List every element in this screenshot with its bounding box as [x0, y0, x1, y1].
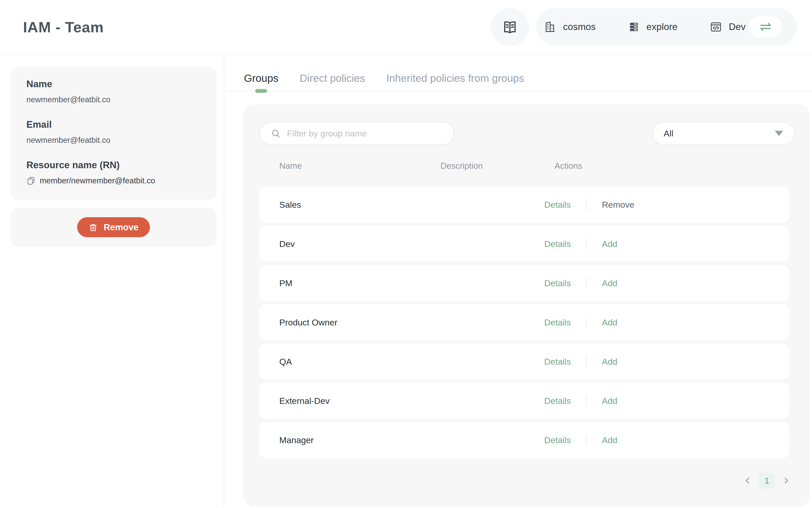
switch-button[interactable] [749, 16, 782, 38]
organization-label: cosmos [563, 22, 595, 32]
action-divider [586, 434, 586, 446]
project-label: explore [647, 22, 677, 32]
remove-card: Remove [10, 207, 217, 247]
member-rn-field: Resource name (RN) member/newmember@feat… [27, 160, 201, 185]
group-actions: Details Remove [544, 199, 789, 211]
group-search-input[interactable] [287, 128, 446, 138]
main-content: Groups Direct policies Inherited policie… [224, 54, 812, 507]
project-selector[interactable]: explore [628, 21, 677, 33]
group-action-link[interactable]: Add [602, 357, 618, 367]
tab-direct-policies[interactable]: Direct policies [299, 72, 365, 84]
organization-selector[interactable]: cosmos [543, 20, 595, 33]
open-book-icon [502, 19, 518, 35]
group-actions: Details Add [544, 238, 789, 250]
action-divider [586, 316, 586, 328]
remove-member-button[interactable]: Remove [77, 217, 150, 237]
group-action-link[interactable]: Add [602, 239, 618, 249]
context-switcher: cosmos explore [536, 8, 797, 46]
groups-panel: All Name Description Actions Sales Detai… [243, 104, 810, 506]
rn-label: Resource name (RN) [27, 160, 201, 171]
environment-label: Dev [729, 22, 746, 32]
trash-icon [88, 223, 98, 232]
table-header: Name Description Actions [259, 161, 795, 171]
buildings-icon [543, 20, 556, 33]
action-divider [586, 199, 586, 211]
group-action-link[interactable]: Add [602, 278, 618, 288]
group-name: Manager [279, 435, 440, 445]
group-row: Sales Details Remove [259, 187, 789, 223]
member-name-field: Name newmember@featbit.co [27, 79, 201, 104]
action-divider [586, 238, 586, 250]
group-details-link[interactable]: Details [544, 357, 586, 367]
name-label: Name [27, 79, 201, 89]
group-action-link[interactable]: Add [602, 435, 618, 445]
group-name: External-Dev [279, 396, 440, 406]
group-actions: Details Add [544, 316, 789, 328]
group-details-link[interactable]: Details [544, 396, 586, 406]
remove-button-label: Remove [103, 222, 138, 232]
previous-page-button[interactable] [743, 476, 753, 485]
group-type-value: All [664, 128, 673, 138]
column-header-description: Description [440, 161, 544, 171]
action-divider [586, 356, 586, 368]
group-rows: Sales Details Remove Dev Details Add PM … [259, 187, 795, 458]
group-row: External-Dev Details Add [259, 383, 789, 419]
docs-button[interactable] [491, 8, 529, 46]
group-action-link[interactable]: Add [602, 396, 618, 406]
group-details-link[interactable]: Details [544, 278, 586, 288]
group-row: Manager Details Add [259, 422, 789, 458]
group-details-link[interactable]: Details [544, 435, 586, 445]
stack-icon [628, 21, 640, 33]
next-page-button[interactable] [781, 476, 791, 485]
search-icon [271, 128, 281, 139]
group-action-link[interactable]: Remove [602, 200, 634, 210]
group-row: QA Details Add [259, 344, 789, 380]
column-header-actions: Actions [544, 161, 795, 171]
group-details-link[interactable]: Details [544, 239, 586, 249]
pagination: 1 [259, 472, 795, 489]
email-label: Email [27, 119, 201, 130]
switch-arrows-icon [758, 19, 773, 34]
tab-divider [224, 91, 812, 91]
group-actions: Details Add [544, 277, 789, 289]
group-name: QA [279, 357, 440, 367]
page-title: IAM - Team [23, 18, 104, 36]
copy-icon[interactable] [27, 176, 36, 185]
filter-row: All [259, 122, 795, 145]
rn-value: member/newmember@featbit.co [40, 176, 155, 185]
member-sidebar: Name newmember@featbit.co Email newmembe… [0, 54, 224, 507]
group-name: Sales [279, 200, 440, 210]
member-info-card: Name newmember@featbit.co Email newmembe… [10, 67, 217, 200]
code-window-icon [710, 21, 722, 33]
group-row: Dev Details Add [259, 226, 789, 262]
app-header: IAM - Team [0, 0, 812, 54]
group-row: Product Owner Details Add [259, 304, 789, 340]
current-page[interactable]: 1 [759, 472, 775, 489]
column-header-name: Name [279, 161, 440, 171]
group-search[interactable] [259, 122, 454, 145]
tab-inherited-policies[interactable]: Inherited policies from groups [386, 72, 524, 84]
chevron-right-icon [781, 476, 791, 485]
member-email-field: Email newmember@featbit.co [27, 119, 201, 145]
environment-selector[interactable]: Dev [710, 21, 746, 33]
group-name: PM [279, 278, 440, 288]
group-actions: Details Add [544, 434, 789, 446]
email-value: newmember@featbit.co [27, 136, 201, 145]
group-actions: Details Add [544, 395, 789, 407]
group-action-link[interactable]: Add [602, 318, 618, 328]
group-row: PM Details Add [259, 265, 789, 301]
action-divider [586, 395, 586, 407]
caret-down-icon [775, 131, 783, 136]
group-name: Product Owner [279, 318, 440, 328]
action-divider [586, 277, 586, 289]
group-details-link[interactable]: Details [544, 200, 586, 210]
group-type-select[interactable]: All [652, 122, 795, 145]
group-name: Dev [279, 239, 440, 249]
group-actions: Details Add [544, 356, 789, 368]
group-details-link[interactable]: Details [544, 318, 586, 328]
tabs: Groups Direct policies Inherited policie… [224, 70, 812, 87]
tab-groups[interactable]: Groups [244, 72, 278, 84]
name-value: newmember@featbit.co [27, 95, 201, 104]
chevron-left-icon [743, 476, 753, 485]
header-nav: cosmos explore [491, 8, 797, 46]
